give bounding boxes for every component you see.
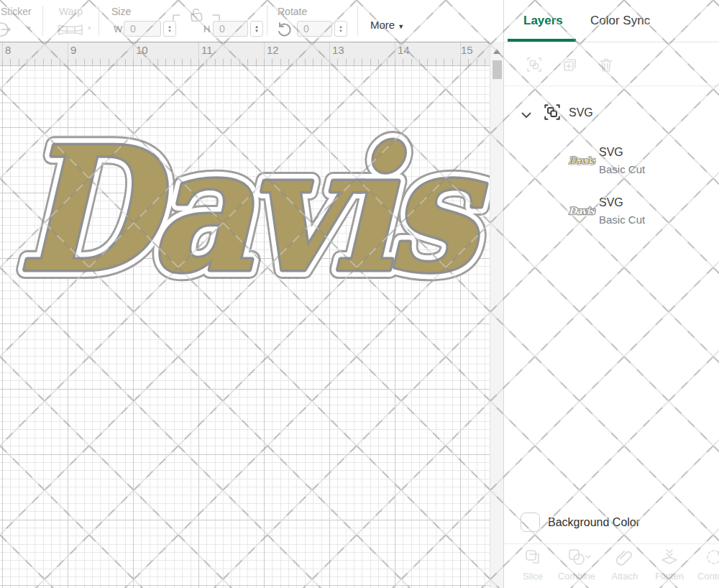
background-color-row: Background Color xyxy=(504,507,719,539)
toolbar-divider xyxy=(99,6,99,36)
duplicate-layer-icon[interactable] xyxy=(562,56,579,73)
height-field-label: H xyxy=(203,24,210,35)
ruler-number: 13 xyxy=(332,44,344,56)
sticker-section-label: Sticker xyxy=(1,6,32,17)
layer-title: SVG xyxy=(599,146,623,159)
width-input[interactable] xyxy=(124,21,161,37)
svg-text:Davis: Davis xyxy=(569,206,596,216)
combine-label: Combine xyxy=(555,571,598,582)
combine-icon xyxy=(567,548,586,566)
more-button-label: More xyxy=(370,19,395,31)
attach-label: Attach xyxy=(603,571,646,582)
design-app-window: Sticker ▾ Warp ▾ Size W ▲▼ H ▲▼ Rotate ▲… xyxy=(0,0,719,588)
more-button[interactable]: More ▼ xyxy=(370,19,404,31)
layer-thumbnail-outline: Davis Davis xyxy=(567,203,596,219)
attach-button[interactable]: Attach xyxy=(603,548,646,582)
sticker-offset-icon[interactable] xyxy=(0,20,14,42)
ruler-number: 15 xyxy=(461,44,473,56)
ruler-number: 11 xyxy=(201,44,213,56)
group-layers-icon[interactable] xyxy=(526,56,543,73)
toolbar-divider xyxy=(357,6,358,36)
artwork-gold-text[interactable]: Davis xyxy=(17,109,486,309)
warp-dropdown-caret-icon[interactable]: ▾ xyxy=(88,24,91,32)
scrollbar-thumb[interactable] xyxy=(493,60,502,79)
contour-button[interactable]: Contour xyxy=(692,548,719,582)
rotate-input[interactable] xyxy=(297,21,332,37)
layer-thumbnail-gold: Davis Davis Davis xyxy=(567,153,596,169)
ruler-minor-ticks xyxy=(0,59,490,65)
slice-label: Slice xyxy=(511,571,554,582)
height-stepper[interactable]: ▲▼ xyxy=(250,21,263,37)
tabs-divider xyxy=(504,42,719,42)
background-color-label: Background Color xyxy=(548,516,640,529)
toolbar-divider xyxy=(42,6,43,36)
layer-cut-type: Basic Cut xyxy=(599,213,645,226)
size-section-label: Size xyxy=(111,6,131,17)
edit-toolbar: Sticker ▾ Warp ▾ Size W ▲▼ H ▲▼ Rotate ▲… xyxy=(0,0,503,42)
slice-button[interactable]: Slice xyxy=(511,548,554,582)
design-canvas[interactable]: Davis Davis Davis Davis xyxy=(0,66,490,588)
height-input[interactable] xyxy=(213,21,248,37)
flatten-button[interactable]: Flatten xyxy=(648,548,691,582)
rotate-stepper[interactable]: ▲▼ xyxy=(334,21,347,37)
panel-divider xyxy=(504,86,719,86)
group-icon xyxy=(543,103,562,124)
slice-icon xyxy=(523,548,542,566)
delete-layer-icon[interactable] xyxy=(597,56,615,73)
layer-group-label: SVG xyxy=(569,106,593,119)
contour-label: Contour xyxy=(692,571,719,582)
ruler-number: 10 xyxy=(136,44,148,56)
horizontal-ruler: 8 9 10 11 12 13 14 15 xyxy=(0,42,490,66)
ruler-number: 12 xyxy=(267,44,279,56)
toolbar-divider xyxy=(267,6,267,36)
artwork-davis-svg[interactable]: Davis Davis Davis Davis xyxy=(0,66,490,588)
layer-title: SVG xyxy=(599,196,623,209)
layer-group-row[interactable]: SVG xyxy=(504,101,719,127)
flatten-icon xyxy=(660,548,679,566)
layer-row-outline[interactable]: Davis Davis SVG Basic Cut xyxy=(504,196,719,239)
rotate-icon[interactable] xyxy=(277,22,293,40)
layer-row-gold[interactable]: Davis Davis Davis SVG Basic Cut xyxy=(504,146,719,189)
background-color-swatch[interactable] xyxy=(521,513,540,532)
warp-section-label: Warp xyxy=(59,6,83,17)
tab-layers[interactable]: Layers xyxy=(523,14,563,28)
attach-icon xyxy=(615,548,634,566)
ruler-number: 14 xyxy=(398,44,410,56)
flatten-label: Flatten xyxy=(648,571,691,582)
layer-toolbar xyxy=(504,55,719,79)
contour-icon xyxy=(705,548,719,566)
combine-button[interactable]: Combine xyxy=(555,548,598,582)
warp-icon[interactable] xyxy=(58,23,83,40)
svg-text:Davis: Davis xyxy=(569,155,596,166)
rotate-section-label: Rotate xyxy=(278,6,307,17)
layers-panel: Layers Color Sync SVG xyxy=(503,0,719,588)
tab-color-sync[interactable]: Color Sync xyxy=(590,14,650,28)
canvas-vertical-scrollbar[interactable] xyxy=(490,42,503,588)
layer-cut-type: Basic Cut xyxy=(599,163,645,175)
ruler-number: 9 xyxy=(70,44,76,56)
layer-actions-bar: Slice Combine Attach Flatten Contour xyxy=(504,544,719,588)
ruler-number: 8 xyxy=(5,44,11,56)
more-caret-icon: ▼ xyxy=(398,23,404,30)
sticker-dropdown-caret-icon[interactable]: ▾ xyxy=(27,24,31,32)
width-field-label: W xyxy=(114,24,122,35)
scroll-up-arrow-icon[interactable] xyxy=(493,49,500,54)
chevron-down-icon[interactable] xyxy=(521,109,531,121)
